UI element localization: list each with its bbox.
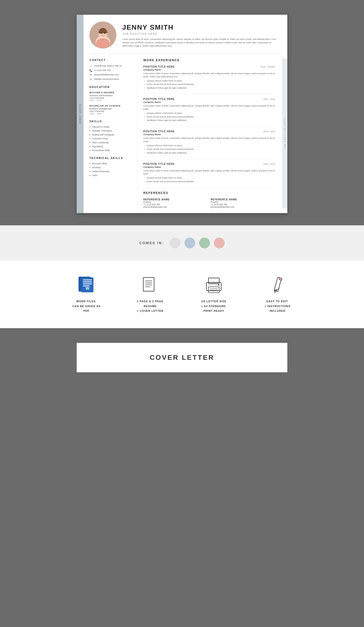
job-header-4: POSITION TITLE HERE 2012 - 2014 bbox=[143, 163, 275, 165]
left-column: CONTACT ⌂ Central Park West & 79th St 📞 … bbox=[84, 58, 137, 208]
svg-point-4 bbox=[101, 33, 102, 34]
skill-item: Dealing with Ambiguity bbox=[89, 133, 132, 136]
feature-pages-title: 1 PAGE & 2 PAGERESUME+ COVER LETTER bbox=[137, 299, 163, 314]
email-icon: ✉ bbox=[89, 73, 92, 76]
profile-photo bbox=[89, 22, 116, 49]
sidebar-name-text: JENNY SMITH bbox=[79, 104, 81, 124]
svg-rect-29 bbox=[279, 277, 282, 280]
tech-skill-item: Trello bbox=[89, 174, 132, 177]
job-title-2: POSITION TITLE HERE bbox=[143, 98, 175, 101]
comes-in-label: COMES IN: bbox=[139, 241, 164, 245]
job-bullets-2: Quisque ultrices mattis lorem et varius.… bbox=[143, 112, 275, 122]
edu-degree-2: BACHELOR OF SCIENCE bbox=[89, 104, 132, 107]
tech-skill-item: Microsoft Office bbox=[89, 162, 132, 165]
job-company-3: Company Name bbox=[143, 133, 275, 136]
bullet-item: Quisque ultrices mattis lorem et varius. bbox=[143, 80, 275, 83]
job-desc-4: Lorem ipsum dolor sit amet, consectetur … bbox=[143, 169, 275, 176]
ref-name-2: REFERENCE NAME bbox=[211, 198, 275, 201]
contact-address: ⌂ Central Park West & 79th St bbox=[89, 64, 132, 67]
feature-word-title: WORD FILES.CAN BE SAVED ASPDF bbox=[72, 299, 101, 314]
cover-letter-card: COVER LETTER bbox=[77, 343, 287, 372]
ref-email-2: johnsmith@domain.com bbox=[211, 206, 275, 208]
tech-skills-heading: TECHNICAL SKILLS bbox=[89, 157, 132, 159]
svg-text:W: W bbox=[86, 286, 89, 290]
job-entry-1: POSITION TITLE HERE 2018 - Present Compa… bbox=[143, 65, 275, 90]
tech-skill-item: Windows bbox=[89, 166, 132, 169]
bullet-item: Donec iaculis erat sit amet purus euismo… bbox=[143, 148, 275, 151]
page-wrapper: JENNY SMITH bbox=[0, 0, 364, 387]
resume-card: JENNY SMITH bbox=[77, 15, 287, 213]
bullet-item: Donec iaculis erat sit amet purus euismo… bbox=[143, 116, 275, 118]
linkedin-icon: in bbox=[89, 78, 92, 81]
edu-field-2: Business Management bbox=[89, 107, 132, 110]
bullet-item: Vestibulum finibus eget dui eget vestibu… bbox=[143, 152, 275, 155]
skill-item: Attention to Detail bbox=[89, 126, 132, 128]
header-summary: Lorem ipsum dolor sit amet, consectetur … bbox=[122, 38, 279, 48]
ref-phone-1: +1 0123 456 789 bbox=[143, 203, 208, 206]
job-bullets-1: Quisque ultrices mattis lorem et varius.… bbox=[143, 80, 275, 90]
skill-item: Strategic Orientation bbox=[89, 130, 132, 132]
svg-rect-12 bbox=[83, 283, 92, 284]
job-company-4: Company Name bbox=[143, 165, 275, 168]
contact-email: ✉ jennysmith@domain.com bbox=[89, 73, 132, 76]
edu-uni-2: Your University bbox=[89, 110, 132, 112]
contact-heading: CONTACT bbox=[89, 58, 132, 61]
svg-rect-15 bbox=[143, 277, 154, 291]
sidebar-name-strip: JENNY SMITH bbox=[77, 15, 84, 213]
feature-print-title: US LETTER SIZE+ A4 STANDARD.PRINT READY bbox=[201, 299, 227, 314]
feature-edit: EASY TO EDIT.+ INSTRUCTIONSINCLUDED bbox=[256, 275, 300, 314]
job-divider bbox=[143, 159, 275, 159]
ref-position-2: Position bbox=[211, 201, 275, 203]
bullet-item: Quisque ultrices mattis lorem et varius. bbox=[143, 112, 275, 115]
cover-letter-label: COVER LETTER bbox=[150, 354, 214, 362]
color-circle-1 bbox=[170, 238, 181, 248]
ref-email-1: johnsmith@domain.com bbox=[143, 206, 208, 208]
header-info: JENNY SMITH JOB POSITION HERE Lorem ipsu… bbox=[122, 22, 279, 48]
cover-letter-section: COVER LETTER bbox=[0, 328, 364, 387]
bullet-item: Donec iaculis erat sit amet purus euismo… bbox=[143, 83, 275, 86]
job-divider bbox=[143, 126, 275, 127]
resume-body: CONTACT ⌂ Central Park West & 79th St 📞 … bbox=[84, 54, 287, 213]
home-icon: ⌂ bbox=[89, 64, 92, 67]
job-position-strip: JOB POSITION HERE bbox=[282, 58, 287, 208]
skill-item: Customer Focus bbox=[89, 137, 132, 140]
job-desc-3: Lorem ipsum dolor sit amet, consectetur … bbox=[143, 137, 275, 143]
reference-1: REFERENCE NAME Position +1 0123 456 789 … bbox=[143, 198, 208, 208]
ref-position-1: Position bbox=[143, 201, 208, 203]
job-desc-1: Lorem ipsum dolor sit amet, consectetur … bbox=[143, 72, 275, 78]
job-entry-3: POSITION TITLE HERE 2014 - 2016 Company … bbox=[143, 130, 275, 154]
job-bullets-3: Quisque ultrices mattis lorem et varius.… bbox=[143, 144, 275, 155]
ref-name-1: REFERENCE NAME bbox=[143, 198, 208, 201]
education-heading: EDUCATION bbox=[89, 86, 132, 88]
work-experience-heading: WORK EXPERIENCE bbox=[143, 58, 275, 62]
pencil-icon bbox=[268, 275, 287, 295]
references-divider bbox=[143, 188, 275, 188]
right-column: WORK EXPERIENCE POSITION TITLE HERE 2018… bbox=[137, 58, 282, 208]
bullet-item: Vestibulum finibus eget dui eget vestibu… bbox=[143, 119, 275, 122]
contact-phone: 📞 +1 0123 456 789 bbox=[89, 69, 132, 72]
bullet-item: Quisque ultrices mattis lorem et varius. bbox=[143, 144, 275, 147]
bullet-item: Quisque ultrices mattis lorem et varius. bbox=[143, 177, 275, 180]
edu-degree-1: MASTER'S DEGREE bbox=[89, 91, 132, 94]
svg-point-5 bbox=[104, 33, 105, 34]
color-circle-3 bbox=[199, 238, 210, 248]
phone-icon: 📞 bbox=[89, 69, 92, 72]
color-circle-2 bbox=[184, 238, 195, 248]
job-desc-2: Lorem ipsum dolor sit amet, consectetur … bbox=[143, 104, 275, 111]
resume-main: JENNY SMITH JOB POSITION HERE Lorem ipsu… bbox=[84, 15, 287, 213]
header-position: JOB POSITION HERE bbox=[122, 32, 279, 35]
feature-pages: 1 PAGE & 2 PAGERESUME+ COVER LETTER bbox=[128, 275, 172, 314]
job-title-3: POSITION TITLE HERE bbox=[143, 130, 175, 133]
ref-phone-2: +1 0123 456 789 bbox=[211, 203, 275, 206]
job-dates-4: 2012 - 2014 bbox=[263, 163, 275, 165]
edu-years-2: 2002 – 2006 bbox=[89, 112, 132, 115]
job-entry-2: POSITION TITLE HERE 2016 - 2018 Company … bbox=[143, 98, 275, 122]
feature-print: US LETTER SIZE+ A4 STANDARD.PRINT READY bbox=[192, 275, 236, 314]
job-header-3: POSITION TITLE HERE 2014 - 2016 bbox=[143, 130, 275, 133]
skill-item: Negotiating bbox=[89, 145, 132, 148]
job-position-text: JOB POSITION HERE bbox=[284, 117, 286, 149]
bullet-item: Vestibulum finibus eget dui eget vestibu… bbox=[143, 87, 275, 90]
job-bullets-4: Quisque ultrices mattis lorem et varius.… bbox=[143, 177, 275, 183]
feature-edit-title: EASY TO EDIT.+ INSTRUCTIONSINCLUDED bbox=[264, 299, 291, 314]
word-file-icon: W bbox=[77, 275, 96, 295]
